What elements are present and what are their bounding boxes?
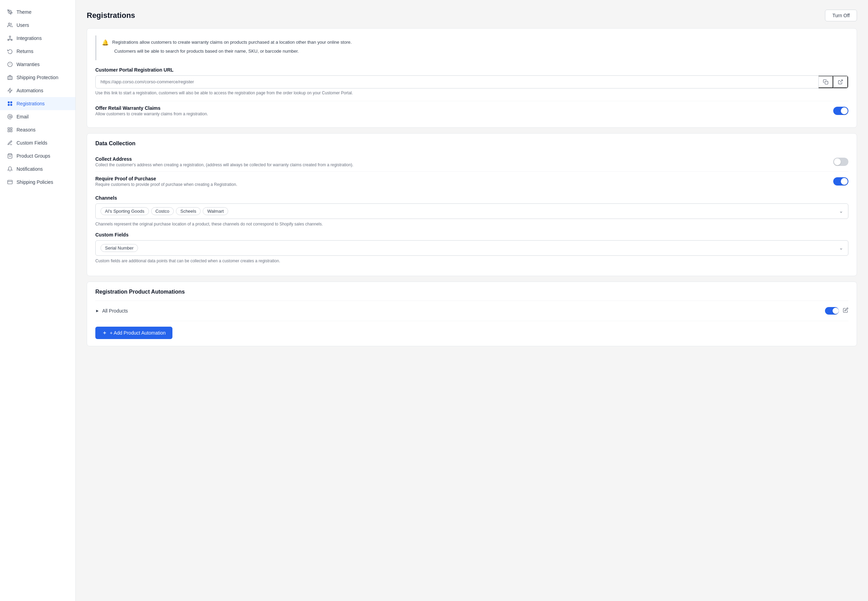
warranties-icon <box>7 61 13 67</box>
sidebar-item-custom-fields[interactable]: Custom Fields <box>0 136 75 149</box>
svg-line-23 <box>840 80 842 82</box>
add-product-automation-button[interactable]: + Add Product Automation <box>95 326 172 339</box>
automation-name-0: All Products <box>102 308 128 314</box>
svg-point-1 <box>8 23 10 25</box>
turn-off-button[interactable]: Turn Off <box>825 10 857 21</box>
pencil-icon <box>843 307 848 313</box>
sidebar-item-reasons[interactable]: Reasons <box>0 123 75 136</box>
registrations-icon <box>7 101 13 107</box>
collect-address-label: Collect Address <box>95 156 353 162</box>
sidebar-item-users[interactable]: Users <box>0 18 75 32</box>
offer-retail-label: Offer Retail Warranty Claims <box>95 105 208 111</box>
automation-label-0: ► All Products <box>95 308 128 314</box>
integrations-icon <box>7 35 13 41</box>
svg-rect-13 <box>8 104 10 106</box>
email-icon <box>7 114 13 120</box>
data-collection-title: Data Collection <box>95 140 848 146</box>
collect-address-desc: Collect the customer's address when crea… <box>95 162 353 167</box>
automation-toggle-0[interactable] <box>825 307 839 314</box>
url-field-label: Customer Portal Registration URL <box>95 67 848 73</box>
channels-select[interactable]: Al's Sporting Goods Costco Scheels Walma… <box>95 203 848 219</box>
shipping-protection-icon <box>7 74 13 81</box>
automations-card: Registration Product Automations ► All P… <box>87 282 857 346</box>
channel-tag-1: Costco <box>151 207 174 215</box>
svg-rect-18 <box>8 130 10 132</box>
page-title: Registrations <box>87 11 135 20</box>
sidebar-item-returns[interactable]: Returns <box>0 45 75 58</box>
sidebar-label-product-groups: Product Groups <box>17 153 50 159</box>
sidebar-label-registrations: Registrations <box>17 101 45 106</box>
sidebar-label-notifications: Notifications <box>17 166 43 172</box>
add-button-label: + Add Product Automation <box>110 330 166 336</box>
automations-title: Registration Product Automations <box>95 289 848 295</box>
automation-edit-button-0[interactable] <box>843 307 848 314</box>
sidebar-item-notifications[interactable]: Notifications <box>0 162 75 175</box>
offer-retail-toggle[interactable] <box>833 107 848 115</box>
svg-rect-17 <box>10 128 12 130</box>
sidebar-item-email[interactable]: Email <box>0 110 75 123</box>
sidebar-item-registrations[interactable]: Registrations <box>0 97 75 110</box>
sidebar-label-warranties: Warranties <box>17 62 40 67</box>
sidebar: Theme Users Integrations <box>0 0 76 601</box>
require-proof-toggle[interactable] <box>833 177 848 186</box>
custom-fields-select[interactable]: Serial Number ⌄ <box>95 240 848 256</box>
sidebar-label-theme: Theme <box>17 9 32 15</box>
returns-icon <box>7 48 13 54</box>
open-url-button[interactable] <box>833 76 848 88</box>
svg-point-0 <box>9 11 10 12</box>
sidebar-label-reasons: Reasons <box>17 127 35 133</box>
copy-icon <box>823 79 828 85</box>
svg-rect-21 <box>8 180 12 184</box>
svg-point-15 <box>9 116 11 117</box>
require-proof-row: Require Proof of Purchase Require custom… <box>95 171 848 191</box>
custom-fields-label: Custom Fields <box>95 232 848 238</box>
info-row-1: 🔔 Registrations allow customers to creat… <box>102 39 843 46</box>
users-icon <box>7 22 13 28</box>
svg-marker-10 <box>8 88 12 93</box>
page-header: Registrations Turn Off <box>87 10 857 21</box>
channels-hint: Channels represent the original purchase… <box>95 222 848 226</box>
automation-actions-0 <box>825 307 848 314</box>
require-proof-desc: Require customers to provide proof of pu… <box>95 182 237 187</box>
url-field-container: https://app.corso.com/corso-commerce/reg… <box>95 75 848 88</box>
custom-fields-tags: Serial Number <box>101 244 138 252</box>
collect-address-text: Collect Address Collect the customer's a… <box>95 156 353 167</box>
add-automation-container: + Add Product Automation <box>95 326 848 339</box>
toggle-knob <box>841 107 848 114</box>
channels-section: Channels Al's Sporting Goods Costco Sche… <box>95 195 848 226</box>
sidebar-label-users: Users <box>17 22 29 28</box>
sidebar-item-shipping-policies[interactable]: Shipping Policies <box>0 175 75 189</box>
svg-rect-14 <box>10 104 12 106</box>
svg-point-2 <box>9 36 11 37</box>
channel-tag-2: Scheels <box>176 207 201 215</box>
sidebar-item-warranties[interactable]: Warranties <box>0 58 75 71</box>
info-box: 🔔 Registrations allow customers to creat… <box>95 35 848 60</box>
reasons-icon <box>7 127 13 133</box>
sidebar-item-theme[interactable]: Theme <box>0 6 75 18</box>
product-groups-icon <box>7 153 13 159</box>
plus-icon <box>102 331 107 335</box>
require-proof-label: Require Proof of Purchase <box>95 176 237 182</box>
sidebar-item-shipping-protection[interactable]: Shipping Protection <box>0 71 75 84</box>
require-proof-text: Require Proof of Purchase Require custom… <box>95 176 237 187</box>
offer-retail-desc: Allow customers to create warranty claim… <box>95 111 208 116</box>
bell-icon: 🔔 <box>102 39 109 46</box>
copy-url-button[interactable] <box>818 76 833 88</box>
sidebar-item-automations[interactable]: Automations <box>0 84 75 97</box>
sidebar-item-product-groups[interactable]: Product Groups <box>0 149 75 162</box>
sidebar-label-custom-fields: Custom Fields <box>17 140 47 146</box>
collect-address-toggle[interactable] <box>833 158 848 166</box>
notifications-icon <box>7 166 13 172</box>
sidebar-label-shipping-protection: Shipping Protection <box>17 75 58 80</box>
channels-label: Channels <box>95 195 848 201</box>
sidebar-label-email: Email <box>17 114 29 119</box>
channel-tag-3: Walmart <box>203 207 228 215</box>
sidebar-label-integrations: Integrations <box>17 35 42 41</box>
svg-rect-9 <box>8 76 12 79</box>
sidebar-label-returns: Returns <box>17 49 34 54</box>
info-card: 🔔 Registrations allow customers to creat… <box>87 28 857 128</box>
custom-fields-icon <box>7 140 13 146</box>
svg-rect-12 <box>10 102 12 103</box>
sidebar-item-integrations[interactable]: Integrations <box>0 32 75 45</box>
card-divider <box>95 300 848 301</box>
